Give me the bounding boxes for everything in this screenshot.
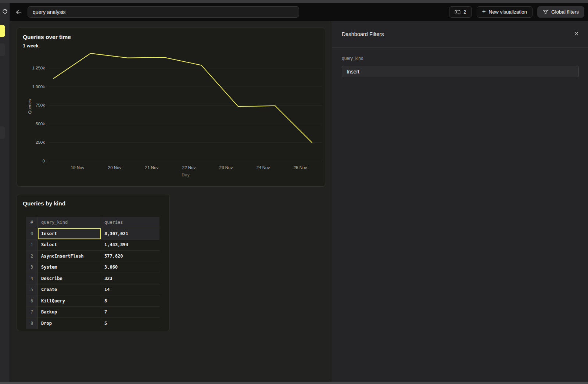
table-header-query-kind: query_kind: [38, 217, 101, 228]
dashboard-title-input[interactable]: [28, 6, 299, 18]
row-index-cell: 6: [26, 295, 38, 307]
left-sidebar: [0, 3, 10, 382]
query-kind-cell[interactable]: Drop: [38, 318, 101, 329]
query-kind-cell[interactable]: AsyncInsertFlush: [38, 251, 101, 262]
funnel-icon: [543, 9, 548, 15]
panel-divider: [332, 47, 588, 48]
window-edge-top: [0, 0, 588, 3]
top-bar: 2 + New visualization Global filters: [10, 3, 588, 21]
queries-value-cell[interactable]: 5: [101, 318, 159, 329]
y-tick-label: 500k: [36, 122, 45, 126]
queries-line-series: [54, 53, 312, 143]
sidebar-item[interactable]: [0, 43, 5, 56]
new-visualization-button[interactable]: + New visualization: [477, 6, 533, 18]
x-tick-label: 19 Nov: [71, 165, 84, 170]
table-header-queries: queries: [101, 217, 159, 228]
new-visualization-label: New visualization: [489, 9, 527, 15]
row-index-cell: 0: [26, 228, 38, 240]
chart-title: Queries over time: [23, 34, 71, 40]
sidebar-item[interactable]: [0, 126, 5, 139]
queries-value-cell[interactable]: 323: [101, 273, 159, 284]
y-tick-label: 1 000k: [32, 85, 45, 89]
chart-subtitle: 1 week: [23, 43, 39, 49]
queries-value-cell[interactable]: 8: [101, 295, 159, 307]
chart-card: Queries over time 1 week Queries 0250k50…: [17, 28, 325, 187]
row-index-cell: 8: [26, 318, 38, 329]
x-tick-label: 24 Nov: [257, 165, 270, 170]
y-tick-label: 250k: [36, 140, 45, 144]
queries-by-kind-table: #query_kindqueries0Insert8,307,0211Selec…: [26, 217, 159, 329]
query-kind-cell[interactable]: Describe: [38, 273, 101, 284]
query-kind-cell[interactable]: KillQuery: [38, 295, 101, 307]
row-index-cell: 2: [26, 251, 38, 262]
refresh-icon[interactable]: [1, 8, 8, 15]
arrow-left-icon: [15, 9, 22, 15]
queries-value-cell[interactable]: 3,060: [101, 262, 159, 273]
query-kind-cell[interactable]: Create: [38, 284, 101, 296]
global-filters-label: Global filters: [551, 9, 579, 15]
query-kind-cell[interactable]: System: [38, 262, 101, 273]
global-filters-button[interactable]: Global filters: [537, 6, 584, 18]
console-count-button[interactable]: 2: [449, 6, 472, 18]
x-tick-label: 20 Nov: [108, 165, 121, 170]
row-index-cell: 1: [26, 240, 38, 251]
x-tick-label: 21 Nov: [145, 165, 158, 170]
x-tick-label: 23 Nov: [219, 165, 233, 170]
y-axis-tick-labels: 0250k500k750k1 000k1 250k: [17, 52, 46, 161]
back-button[interactable]: [14, 7, 24, 17]
query-kind-filter-input[interactable]: [342, 66, 579, 77]
x-tick-label: 25 Nov: [294, 165, 307, 170]
query-kind-cell[interactable]: Backup: [38, 307, 101, 318]
console-count: 2: [463, 9, 466, 15]
dashboard-canvas: Queries over time 1 week Queries 0250k50…: [10, 21, 332, 382]
queries-value-cell[interactable]: 14: [101, 284, 159, 296]
panel-title: Dashboard Filters: [342, 31, 384, 37]
row-index-cell: 5: [26, 284, 38, 296]
plus-icon: +: [482, 8, 486, 15]
queries-value-cell[interactable]: 1,443,894: [101, 240, 159, 251]
y-tick-label: 750k: [36, 103, 45, 107]
query-kind-cell[interactable]: Select: [38, 240, 101, 251]
y-tick-label: 1 250k: [32, 66, 45, 70]
topbar-actions: 2 + New visualization Global filters: [449, 6, 584, 18]
queries-value-cell[interactable]: 577,820: [101, 251, 159, 262]
row-index-cell: 7: [26, 307, 38, 318]
row-index-cell: 4: [26, 273, 38, 284]
queries-value-cell[interactable]: 8,307,021: [101, 228, 159, 240]
sidebar-item-active[interactable]: [0, 25, 5, 37]
window-edge-bottom: [0, 382, 588, 384]
console-icon: [455, 9, 460, 15]
close-icon[interactable]: [573, 30, 580, 37]
queries-line-chart: [49, 52, 322, 161]
x-axis-title: Day: [49, 172, 322, 177]
table-header-index: #: [26, 217, 38, 228]
y-tick-label: 0: [43, 159, 45, 163]
row-index-cell: 3: [26, 262, 38, 273]
queries-value-cell[interactable]: 7: [101, 307, 159, 318]
query-kind-cell[interactable]: Insert: [38, 228, 101, 240]
x-tick-label: 22 Nov: [182, 165, 196, 170]
table-title: Queries by kind: [23, 200, 65, 207]
filter-field-label: query_kind: [342, 56, 363, 61]
x-axis-tick-labels: 19 Nov20 Nov21 Nov22 Nov23 Nov24 Nov25 N…: [49, 165, 322, 171]
table-card: Queries by kind #query_kindqueries0Inser…: [17, 194, 170, 331]
dashboard-filters-panel: Dashboard Filters query_kind: [332, 21, 588, 382]
